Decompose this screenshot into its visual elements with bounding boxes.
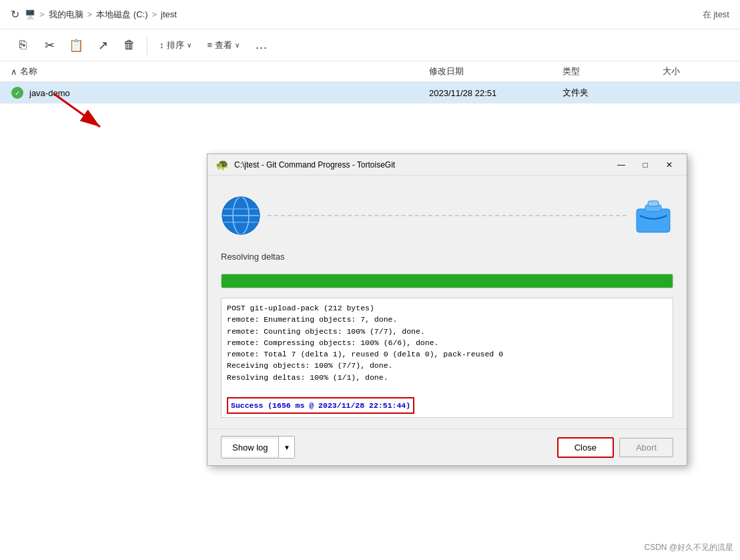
log-line-2: remote: Counting objects: 100% (7/7), do… xyxy=(227,326,667,337)
copy-icon-btn[interactable]: ⎘ xyxy=(11,33,35,57)
svg-rect-12 xyxy=(648,201,659,206)
minimize-button[interactable]: — xyxy=(612,157,631,173)
col-size-header[interactable]: 大小 xyxy=(663,65,729,77)
watermark: CSDN @好久不见的流星 xyxy=(644,542,733,553)
breadcrumb-icon: 🖥️ xyxy=(25,9,35,19)
icon-connector xyxy=(268,215,627,216)
title-bar: ↻ 🖥️ > 我的电脑 > 本地磁盘 (C:) > jtest 在 jtest xyxy=(0,0,740,29)
delete-icon-btn[interactable]: 🗑 xyxy=(117,33,141,57)
share-icon-btn[interactable]: ↗ xyxy=(91,33,115,57)
abort-button[interactable]: Abort xyxy=(619,438,673,457)
show-log-button[interactable]: Show log xyxy=(222,439,278,457)
toolbar-divider xyxy=(147,36,147,55)
table-row[interactable]: ✓ java-demo 2023/11/28 22:51 文件夹 xyxy=(0,82,740,103)
breadcrumb-sep2: > xyxy=(87,9,93,19)
dialog-body: Resolving deltas POST git-upload-pack (2… xyxy=(208,176,687,429)
file-modified-cell: 2023/11/28 22:51 xyxy=(429,88,563,98)
log-line-3: remote: Compressing objects: 100% (6/6),… xyxy=(227,337,667,348)
breadcrumb-sep3: > xyxy=(151,9,157,19)
view-label: 查看 xyxy=(215,39,232,51)
sort-button[interactable]: ↕ 排序 ∨ xyxy=(153,35,198,55)
refresh-icon[interactable]: ↻ xyxy=(11,8,19,21)
col-type-header[interactable]: 类型 xyxy=(563,65,663,77)
show-log-dropdown-button[interactable]: ▼ xyxy=(278,437,294,458)
close-button[interactable]: Close xyxy=(557,437,614,458)
breadcrumb: 🖥️ > 我的电脑 > 本地磁盘 (C:) > jtest xyxy=(25,9,177,21)
log-line-6: Resolving deltas: 100% (1/1), done. xyxy=(227,372,667,383)
svg-point-9 xyxy=(222,197,260,234)
title-bar-left: ↻ 🖥️ > 我的电脑 > 本地磁盘 (C:) > jtest xyxy=(11,8,697,21)
file-name-cell: ✓ java-demo xyxy=(11,86,429,99)
globe-icon xyxy=(221,196,261,236)
toolbar: ⎘ ✂ 📋 ↗ 🗑 ↕ 排序 ∨ ≡ 查看 ∨ ... xyxy=(0,29,740,61)
dialog-title-text: C:\jtest - Git Command Progress - Tortoi… xyxy=(234,160,607,170)
breadcrumb-drive[interactable]: 本地磁盘 (C:) xyxy=(96,9,147,21)
col-name-label: 名称 xyxy=(20,65,37,77)
svg-text:✓: ✓ xyxy=(15,89,20,97)
maximize-button[interactable]: □ xyxy=(636,157,655,173)
git-dialog: 🐢 C:\jtest - Git Command Progress - Tort… xyxy=(207,154,687,466)
breadcrumb-sep1: > xyxy=(39,9,45,19)
dropdown-arrow-icon: ▼ xyxy=(284,444,290,451)
col-toggle-icon: ∧ xyxy=(11,67,17,77)
file-name-label: java-demo xyxy=(29,88,70,98)
log-output[interactable]: POST git-upload-pack (212 bytes) remote:… xyxy=(221,298,673,418)
success-message: Success (1656 ms @ 2023/11/28 22:51:44) xyxy=(227,397,414,414)
show-log-group: Show log ▼ xyxy=(221,436,295,459)
dialog-title-icon: 🐢 xyxy=(216,158,229,171)
log-line-1: remote: Enumerating objects: 7, done. xyxy=(227,314,667,325)
col-name-header[interactable]: ∧ 名称 xyxy=(11,65,429,77)
sort-arrow-icon: ↕ xyxy=(159,40,164,50)
more-options-button[interactable]: ... xyxy=(249,34,274,56)
view-chevron-icon: ∨ xyxy=(235,41,240,49)
progress-label: Resolving deltas xyxy=(221,252,673,262)
dialog-icons-row xyxy=(221,189,673,242)
dialog-title-bar: 🐢 C:\jtest - Git Command Progress - Tort… xyxy=(208,154,687,176)
file-type-cell: 文件夹 xyxy=(563,87,663,99)
window-location-label: 在 jtest xyxy=(703,9,729,21)
folder-git-icon: ✓ xyxy=(11,86,24,99)
sort-chevron-icon: ∨ xyxy=(187,41,192,49)
log-line-0: POST git-upload-pack (212 bytes) xyxy=(227,302,667,314)
svg-rect-10 xyxy=(637,209,670,232)
cut-icon-btn[interactable]: ✂ xyxy=(37,33,61,57)
progress-bar-container xyxy=(221,274,673,288)
log-line-4: remote: Total 7 (delta 1), reused 0 (del… xyxy=(227,348,667,360)
dialog-close-x-button[interactable]: ✕ xyxy=(660,157,679,173)
view-icon: ≡ xyxy=(208,40,213,50)
view-button[interactable]: ≡ 查看 ∨ xyxy=(201,35,247,55)
log-line-5: Receiving objects: 100% (7/7), done. xyxy=(227,360,667,371)
sort-label: 排序 xyxy=(167,39,184,51)
paste-icon-btn[interactable]: 📋 xyxy=(64,33,88,57)
folder-bag-icon xyxy=(633,196,673,236)
breadcrumb-mypc[interactable]: 我的电脑 xyxy=(49,9,83,21)
breadcrumb-folder[interactable]: jtest xyxy=(161,9,177,19)
col-modified-header[interactable]: 修改日期 xyxy=(429,65,563,77)
dialog-footer: Show log ▼ Close Abort xyxy=(208,429,687,465)
file-list-header: ∧ 名称 修改日期 类型 大小 xyxy=(0,61,740,82)
progress-bar-fill xyxy=(222,274,673,288)
